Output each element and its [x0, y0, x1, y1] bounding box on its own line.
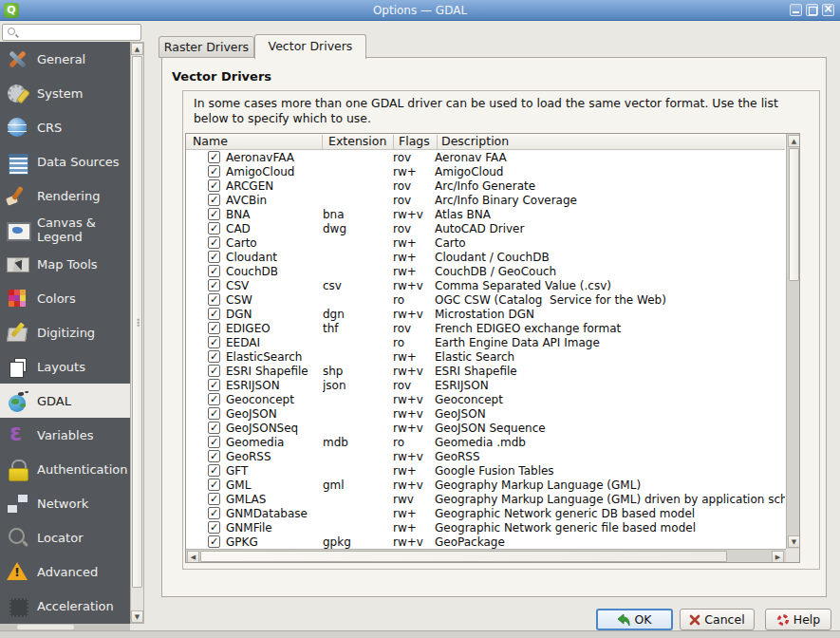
table-row[interactable]: ✓ Geomedia mdb ro Geomedia .mdb	[186, 435, 785, 449]
table-vscrollbar[interactable]: ▲ ▼	[786, 134, 800, 549]
row-checkbox[interactable]: ✓	[208, 507, 220, 519]
table-row[interactable]: ✓ EDIGEO thf rov French EDIGEO exchange …	[186, 321, 785, 335]
table-row[interactable]: ✓ Geoconcept rw+v Geoconcept	[186, 392, 785, 406]
sidebar-item-advanced[interactable]: Advanced	[0, 554, 130, 589]
row-checkbox[interactable]: ✓	[208, 450, 220, 462]
table-row[interactable]: ✓ EEDAI ro Earth Engine Data API Image	[186, 335, 785, 349]
row-checkbox[interactable]: ✓	[208, 208, 220, 220]
sidebar-item-layouts[interactable]: Layouts	[0, 349, 130, 384]
row-checkbox[interactable]: ✓	[208, 407, 220, 420]
row-checkbox[interactable]: ✓	[208, 493, 220, 505]
table-hscrollbar-thumb[interactable]	[200, 551, 727, 562]
row-checkbox[interactable]: ✓	[208, 265, 220, 277]
sidebar-search[interactable]	[2, 24, 141, 41]
search-input[interactable]	[20, 26, 139, 39]
row-checkbox[interactable]: ✓	[208, 336, 220, 348]
table-scroll-up-icon[interactable]: ▲	[788, 135, 800, 147]
sidebar-scrollbar[interactable]: ▲ ∙∙ ∙∙ ∙∙ ▼	[130, 42, 144, 624]
sidebar-item-map-tools[interactable]: Map Tools	[0, 247, 130, 281]
row-checkbox[interactable]: ✓	[208, 151, 220, 163]
row-checkbox[interactable]: ✓	[208, 478, 220, 491]
table-row[interactable]: ✓ ARCGEN rov Arc/Info Generate	[186, 178, 785, 193]
table-vscrollbar-thumb[interactable]	[789, 148, 799, 281]
sidebar-scrollbar-thumb[interactable]: ∙∙ ∙∙ ∙∙	[132, 56, 142, 588]
sidebar-item-general[interactable]: General	[0, 42, 130, 76]
table-row[interactable]: ✓ GeoJSONSeq rw+v GeoJSON Sequence	[186, 421, 785, 435]
row-checkbox[interactable]: ✓	[208, 165, 220, 178]
row-checkbox[interactable]: ✓	[208, 308, 220, 320]
row-checkbox[interactable]: ✓	[208, 464, 220, 477]
table-row[interactable]: ✓ CAD dwg rov AutoCAD Driver	[186, 221, 785, 235]
table-row[interactable]: ✓ GMLAS rwv Geography Markup Language (G…	[186, 492, 785, 506]
table-row[interactable]: ✓ GeoJSON rw+v GeoJSON	[186, 406, 785, 421]
row-checkbox[interactable]: ✓	[208, 322, 220, 334]
table-row[interactable]: ✓ GeoRSS rw+v GeoRSS	[186, 449, 785, 463]
sidebar-item-crs[interactable]: CRS	[0, 110, 130, 144]
table-row[interactable]: ✓ ElasticSearch rw+ Elastic Search	[186, 349, 785, 364]
sidebar-item-data-sources[interactable]: Data Sources	[0, 144, 130, 178]
tab-raster-drivers[interactable]: Raster Drivers	[159, 36, 254, 58]
ok-button[interactable]: OK	[596, 609, 673, 630]
sidebar-item-authentication[interactable]: Authentication	[0, 452, 130, 486]
table-row[interactable]: ✓ GPKG gpkg rw+v GeoPackage	[186, 535, 785, 549]
table-row[interactable]: ✓ Carto rw+ Carto	[186, 235, 785, 250]
sidebar-item-canvas-legend[interactable]: Canvas & Legend	[0, 213, 130, 247]
scroll-down-icon[interactable]: ▼	[131, 610, 143, 623]
help-button[interactable]: Help	[765, 609, 831, 630]
row-checkbox[interactable]: ✓	[208, 535, 220, 548]
row-checkbox[interactable]: ✓	[208, 422, 220, 434]
table-hscrollbar[interactable]: ◀ ▶	[186, 549, 786, 563]
sidebar-item-system[interactable]: System	[0, 76, 130, 110]
sidebar-item-rendering[interactable]: Rendering	[0, 178, 130, 213]
table-row[interactable]: ✓ GFT rw+ Google Fusion Tables	[186, 463, 785, 478]
minimize-button[interactable]	[790, 4, 802, 16]
maximize-button[interactable]	[806, 4, 818, 16]
table-scroll-left-icon[interactable]: ◀	[187, 551, 199, 563]
column-header-flags[interactable]: Flags	[399, 134, 430, 149]
sidebar-item-colors[interactable]: Colors	[0, 281, 130, 315]
table-row[interactable]: ✓ DGN dgn rw+v Microstation DGN	[186, 307, 785, 321]
row-checkbox[interactable]: ✓	[208, 350, 220, 363]
sidebar-hscrollbar[interactable]	[0, 624, 130, 630]
table-row[interactable]: ✓ GNMFile rw+ Geographic Network generic…	[186, 520, 785, 535]
sidebar-item-variables[interactable]: Variables	[0, 418, 130, 452]
row-checkbox[interactable]: ✓	[208, 279, 220, 291]
row-checkbox[interactable]: ✓	[208, 194, 220, 206]
sidebar-item-acceleration[interactable]: Acceleration	[0, 589, 130, 623]
close-button[interactable]	[822, 4, 834, 16]
cancel-button[interactable]: Cancel	[680, 609, 755, 630]
column-header-name[interactable]: Name	[193, 134, 228, 149]
sidebar-item-locator[interactable]: Locator	[0, 520, 130, 554]
row-checkbox[interactable]: ✓	[208, 393, 220, 405]
table-row[interactable]: ✓ ESRI Shapefile shp rw+v ESRI Shapefile	[186, 364, 785, 378]
table-scroll-down-icon[interactable]: ▼	[788, 535, 800, 548]
table-row[interactable]: ✓ CouchDB rw+ CouchDB / GeoCouch	[186, 264, 785, 278]
table-row[interactable]: ✓ AVCBin rov Arc/Info Binary Coverage	[186, 193, 785, 207]
row-checkbox[interactable]: ✓	[208, 365, 220, 377]
table-row[interactable]: ✓ GNMDatabase rw+ Geographic Network gen…	[186, 506, 785, 520]
sidebar-item-network[interactable]: Network	[0, 486, 130, 520]
row-checkbox[interactable]: ✓	[208, 521, 220, 534]
sidebar-item-digitizing[interactable]: Digitizing	[0, 315, 130, 349]
row-checkbox[interactable]: ✓	[208, 293, 220, 306]
tab-vector-drivers[interactable]: Vector Drivers	[254, 34, 366, 59]
table-row[interactable]: ✓ GML gml rw+v Geography Markup Language…	[186, 478, 785, 492]
sidebar-hscrollbar-thumb[interactable]	[17, 625, 74, 629]
row-checkbox[interactable]: ✓	[208, 179, 220, 192]
table-row[interactable]: ✓ Cloudant rw+ Cloudant / CouchDB	[186, 250, 785, 264]
table-row[interactable]: ✓ BNA bna rw+v Atlas BNA	[186, 207, 785, 221]
row-checkbox[interactable]: ✓	[208, 236, 220, 249]
row-checkbox[interactable]: ✓	[208, 222, 220, 235]
row-checkbox[interactable]: ✓	[208, 436, 220, 448]
table-row[interactable]: ✓ ESRIJSON json rov ESRIJSON	[186, 378, 785, 392]
table-row[interactable]: ✓ CSW ro OGC CSW (Catalog Service for th…	[186, 292, 785, 307]
row-checkbox[interactable]: ✓	[208, 251, 220, 263]
table-row[interactable]: ✓ AeronavFAA rov Aeronav FAA	[186, 150, 785, 164]
scroll-up-icon[interactable]: ▲	[131, 43, 143, 55]
column-header-description[interactable]: Description	[441, 134, 509, 149]
column-header-extension[interactable]: Extension	[328, 134, 386, 149]
row-checkbox[interactable]: ✓	[208, 379, 220, 391]
table-row[interactable]: ✓ CSV csv rw+v Comma Separated Value (.c…	[186, 278, 785, 292]
sidebar-item-gdal[interactable]: GDAL	[0, 384, 130, 418]
table-scroll-right-icon[interactable]: ▶	[772, 551, 784, 563]
